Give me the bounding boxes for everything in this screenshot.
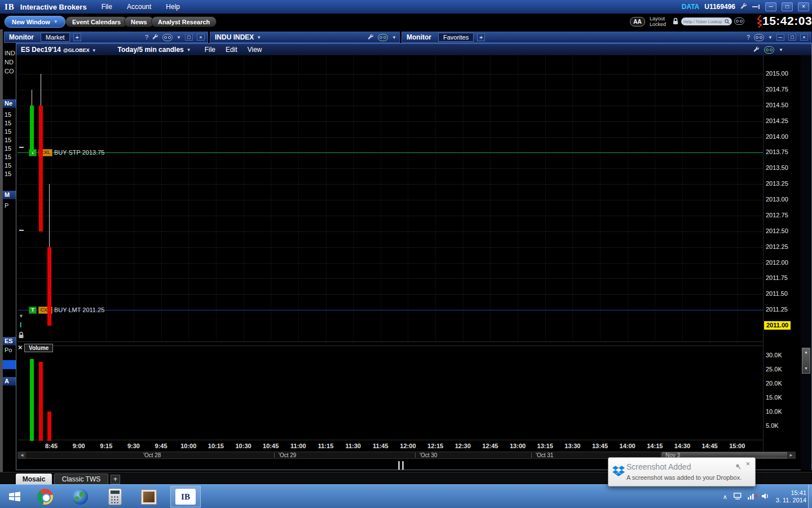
notification-close-icon[interactable]: ×	[745, 459, 750, 468]
scroll-left-button[interactable]: ◄	[18, 452, 26, 458]
volume-bar	[47, 411, 51, 441]
add-workspace-button[interactable]: +	[111, 475, 120, 484]
monitor-panel-header[interactable]: Monitor Market + ? ▼ □ ×	[4, 32, 208, 43]
new-window-button[interactable]: New Window ▼	[5, 16, 65, 28]
pin-layout-icon[interactable]	[752, 2, 760, 12]
scroll-down-icon[interactable]: ▼	[19, 313, 24, 319]
calculator-taskbar-icon[interactable]	[104, 488, 126, 505]
add-tab-button[interactable]: +	[73, 33, 81, 41]
cursor-tool-icon[interactable]: I	[20, 321, 21, 329]
tab-mosaic[interactable]: Mosaic	[16, 474, 52, 485]
price-gridline	[17, 216, 763, 216]
photo-viewer-taskbar-icon[interactable]	[138, 488, 160, 505]
font-size-button[interactable]: AA	[630, 17, 645, 27]
candle-body	[30, 106, 34, 153]
browser-globe-taskbar-icon[interactable]	[69, 488, 91, 505]
symbol-selector[interactable]: ES Dec19'14 @GLOBEX ▼	[21, 46, 96, 54]
analyst-research-button[interactable]: Analyst Research	[151, 16, 217, 27]
monitor-favorites-panel-header[interactable]: Monitor Favorites + ? ▼ ─ □ ×	[401, 32, 811, 43]
start-button[interactable]	[0, 485, 29, 508]
close-button[interactable]: ×	[798, 2, 809, 11]
menu-account[interactable]: Account	[127, 3, 151, 11]
candlestick-plot[interactable]: TCXLBUY STP 2013.75TCXLBUY LMT 2011.25	[17, 55, 763, 342]
windows-logo-icon	[8, 490, 21, 503]
volume-zoom-control[interactable]: ▲ ▼	[802, 348, 810, 374]
chevron-down-icon[interactable]: ▼	[257, 35, 261, 40]
news-button[interactable]: News	[124, 16, 154, 27]
group-link-icon[interactable]	[754, 34, 764, 41]
show-hidden-icons[interactable]: ∧	[723, 493, 727, 501]
menu-help[interactable]: Help	[166, 3, 180, 11]
help-icon[interactable]: ?	[145, 34, 148, 41]
chevron-down-icon[interactable]: ▼	[392, 35, 396, 40]
splitter-handle[interactable]	[402, 461, 404, 470]
price-tick-label: 2013.25	[766, 180, 788, 187]
tab-classic-tws[interactable]: Classic TWS	[54, 474, 108, 485]
panel-close-button[interactable]: ×	[197, 34, 205, 41]
show-desktop-button[interactable]	[808, 485, 812, 508]
news-times-sliver: 1515151515151515	[3, 111, 16, 181]
tray-clock[interactable]: 15:41 3. 11. 2014	[776, 489, 806, 504]
maximize-button[interactable]: □	[782, 2, 793, 11]
volume-tray-icon[interactable]	[762, 492, 770, 502]
ib-tws-taskbar-icon[interactable]: IB	[170, 486, 201, 507]
splitter-handle[interactable]	[398, 461, 400, 470]
add-tab-button[interactable]: +	[477, 33, 485, 41]
menu-file[interactable]: File	[102, 3, 112, 11]
wrench-icon[interactable]	[753, 45, 760, 55]
order-transmit-button[interactable]: T	[29, 306, 37, 314]
time-tick-label: 12:15	[427, 443, 443, 449]
scroll-right-button[interactable]: ►	[787, 452, 795, 458]
wrench-icon[interactable]	[368, 32, 374, 42]
group-link-icon[interactable]	[378, 34, 388, 41]
help-icon[interactable]: ?	[747, 34, 750, 41]
scrollbar-tick	[274, 453, 275, 458]
volume-plot[interactable]	[17, 345, 763, 440]
activity-window-sliver-header[interactable]: A	[3, 377, 16, 386]
group-link-icon[interactable]	[162, 34, 173, 41]
ticker-lookup-searchbox[interactable]	[681, 17, 732, 25]
price-axis[interactable]: 2015.002014.752014.502014.252014.002013.…	[763, 55, 800, 342]
panel-maximize-button[interactable]: □	[788, 34, 796, 41]
pin-icon[interactable]	[735, 462, 741, 472]
layout-locked-label: Layout Locked	[650, 16, 666, 27]
es-window-sliver-header[interactable]: ES	[3, 337, 16, 345]
indu-panel-header[interactable]: INDU INDEX ▼ ▼	[210, 32, 400, 43]
tab-market[interactable]: Market	[41, 33, 70, 42]
group-link-icon[interactable]	[734, 17, 744, 25]
panel-minimize-button[interactable]: ─	[776, 34, 784, 41]
volume-panel-close-icon[interactable]: ×	[18, 343, 23, 352]
time-tick-label: 12:30	[455, 443, 471, 449]
news-window-sliver-header[interactable]: Ne	[3, 99, 16, 108]
chevron-down-icon[interactable]: ▼	[768, 35, 773, 40]
zoom-up-icon[interactable]: ▲	[802, 349, 810, 354]
group-link-icon[interactable]	[764, 46, 774, 54]
price-gridline	[17, 294, 763, 295]
panel-maximize-button[interactable]: □	[185, 34, 193, 41]
display-tray-icon[interactable]	[734, 492, 742, 502]
tab-favorites[interactable]: Favorites	[438, 33, 474, 42]
chart-lock-icon[interactable]	[18, 331, 24, 341]
chart-menu-file[interactable]: File	[205, 46, 215, 54]
chart-menu-view[interactable]: View	[248, 46, 262, 54]
zoom-down-icon[interactable]: ▼	[802, 366, 810, 371]
scrollbar-date-label: 'Oct 28	[143, 452, 161, 458]
search-input[interactable]	[683, 19, 725, 24]
timeframe-selector[interactable]: Today/5 min candles ▼	[118, 46, 191, 54]
network-tray-icon[interactable]: ×	[748, 492, 756, 502]
panel-close-button[interactable]: ×	[800, 34, 808, 41]
chart-menu-edit[interactable]: Edit	[226, 46, 237, 54]
chevron-down-icon[interactable]: ▼	[176, 35, 181, 40]
time-tick-label: 13:45	[592, 443, 608, 449]
time-gridline	[737, 55, 738, 341]
timeframe-label: Today/5 min candles	[118, 46, 184, 54]
market-window-sliver-header[interactable]: M	[3, 191, 16, 199]
chevron-down-icon[interactable]: ▼	[779, 47, 783, 52]
wrench-icon[interactable]	[740, 2, 747, 12]
minimize-button[interactable]: ─	[765, 2, 776, 11]
chrome-taskbar-icon[interactable]	[34, 488, 56, 505]
news-time-fragment: 15	[3, 136, 16, 144]
dropbox-notification[interactable]: Screenshot Added A screenshot was added …	[608, 457, 756, 487]
wrench-icon[interactable]	[152, 32, 158, 42]
event-calendars-button[interactable]: Event Calendars	[65, 16, 127, 27]
